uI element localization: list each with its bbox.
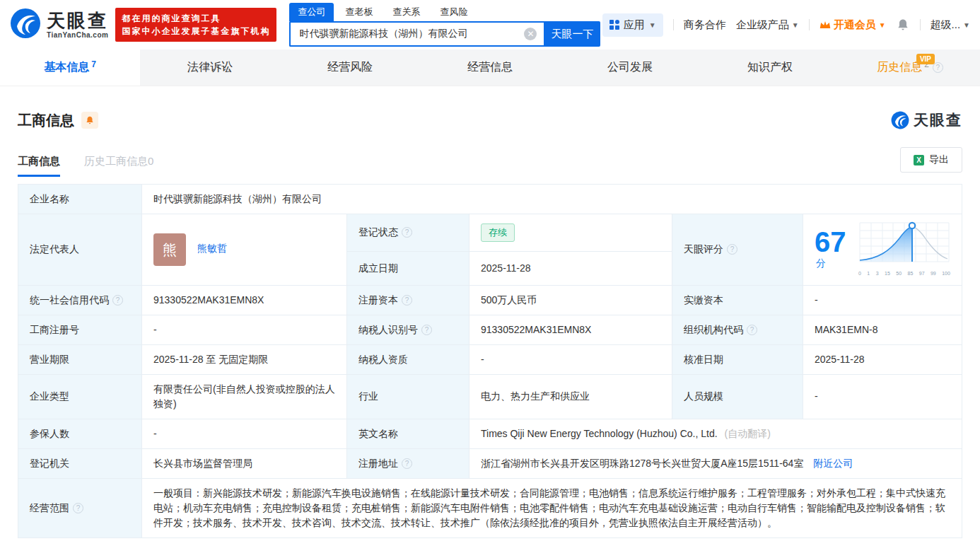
search-tabs: 查公司 查老板 查关系 查风险 <box>289 3 600 21</box>
header-nav: 应用 ▼ 商务合作 企业级产品 ▼ 开通会员 ▼ 超级... ▼ <box>602 13 970 37</box>
subtab-history-business-info[interactable]: 历史工商信息0 <box>84 155 153 177</box>
label-text: 组织机构代码 <box>684 322 743 337</box>
score-distribution-chart: 01 315 5085 9799 100 <box>858 221 950 278</box>
reg-address-cell: 浙江省湖州市长兴县开发区明珠路1278号长兴世贸大厦A座15层1511-64室 … <box>469 448 962 478</box>
legal-rep-avatar[interactable]: 熊 <box>153 233 186 266</box>
tab-company-development[interactable]: 公司发展 <box>560 50 700 86</box>
search-tab-company[interactable]: 查公司 <box>289 3 334 21</box>
paid-capital-value: - <box>803 285 962 315</box>
tab-count: 7 <box>91 59 96 69</box>
reg-capital-label: 注册资本? <box>347 285 469 315</box>
table-row: 参保人数 - 英文名称 Times Qiji New Energy Techno… <box>18 419 962 448</box>
subscribe-bell-icon[interactable] <box>81 112 98 129</box>
help-icon[interactable]: ? <box>747 325 757 335</box>
main-content: 工商信息 天眼查 工商信息 历史工商信息0 X 导出 <box>0 110 980 538</box>
logo-brand-text: 天眼查 <box>47 11 108 30</box>
search-input[interactable] <box>289 21 544 47</box>
staff-size-value: - <box>803 374 962 419</box>
staff-size-label: 人员规模 <box>672 374 803 419</box>
tab-operation-info[interactable]: 经营信息 <box>420 50 560 86</box>
tab-basic-info[interactable]: 基本信息 7 <box>0 50 140 86</box>
vip-badge: VIP <box>916 54 935 64</box>
search-tab-risk[interactable]: 查风险 <box>431 3 476 21</box>
membership-label: 开通会员 <box>834 18 876 32</box>
help-icon[interactable]: ? <box>727 244 737 255</box>
table-row: 企业类型 有限责任公司(非自然人投资或控股的法人独资) 行业 电力、热力生产和供… <box>18 374 962 419</box>
table-row: 营业期限 2025-11-28 至 无固定期限 纳税人资质 - 核准日期 202… <box>18 344 962 374</box>
search-tab-relation[interactable]: 查关系 <box>384 3 428 21</box>
tab-operation-risk[interactable]: 经营风险 <box>280 50 420 86</box>
taxpayer-qualification-label: 纳税人资质 <box>347 344 469 374</box>
export-button[interactable]: X 导出 <box>900 147 962 173</box>
divider <box>673 19 674 30</box>
help-icon[interactable]: ? <box>402 227 412 238</box>
help-icon[interactable]: ? <box>402 458 412 469</box>
watermark-logo: 天眼查 <box>891 110 962 130</box>
section-title: 工商信息 <box>18 111 74 130</box>
tab-history-info[interactable]: VIP 历史信息 2 ? <box>840 50 980 86</box>
english-name-cell: Times Qiji New Energy Technology (Huzhou… <box>469 419 962 448</box>
tyc-score-label: 天眼评分 ? <box>672 214 803 286</box>
nav-enterprise-products[interactable]: 企业级产品 ▼ <box>736 18 799 32</box>
legal-rep-cell: 熊 熊敏哲 <box>142 214 347 286</box>
nav-open-membership[interactable]: 开通会员 ▼ <box>819 18 886 32</box>
help-icon[interactable]: ? <box>421 325 432 335</box>
table-row: 企业名称 时代骐骥新能源科技（湖州）有限公司 <box>18 185 962 214</box>
apps-menu[interactable]: 应用 ▼ <box>602 13 663 37</box>
label-text: 统一社会信用代码 <box>30 293 109 308</box>
table-row: 工商注册号 - 纳税人识别号? 91330522MAK31EMN8X 组织机构代… <box>18 315 962 344</box>
notification-bell-icon[interactable] <box>896 18 910 32</box>
company-type-value: 有限责任公司(非自然人投资或控股的法人独资) <box>142 374 347 419</box>
label-text: 经营范围 <box>30 501 69 516</box>
taxpayer-id-value: 91330522MAK31EMN8X <box>469 315 672 344</box>
tyc-score-cell[interactable]: 67分 <box>803 214 962 286</box>
registry-authority-label: 登记机关 <box>18 448 142 478</box>
tab-label: 基本信息 <box>44 60 89 75</box>
legal-rep-link[interactable]: 熊敏哲 <box>197 243 227 254</box>
tab-label: 公司发展 <box>607 60 653 75</box>
help-icon[interactable]: ? <box>73 503 83 513</box>
account-label: 超级... <box>931 18 961 32</box>
search-tab-boss[interactable]: 查老板 <box>337 3 381 21</box>
help-icon[interactable]: ? <box>933 62 943 73</box>
credit-code-value: 91330522MAK31EMN8X <box>142 285 347 315</box>
tab-label: 经营信息 <box>467 60 513 75</box>
taxpayer-qualification-value: - <box>469 344 672 374</box>
business-info-table: 企业名称 时代骐骥新能源科技（湖州）有限公司 法定代表人 熊 熊敏哲 登记状态 … <box>18 184 962 538</box>
industry-value: 电力、热力生产和供应业 <box>469 374 672 419</box>
industry-label: 行业 <box>347 374 469 419</box>
table-row: 统一社会信用代码? 91330522MAK31EMN8X 注册资本? 500万人… <box>18 285 962 315</box>
taxpayer-id-label: 纳税人识别号? <box>347 315 469 344</box>
org-code-value: MAK31EMN-8 <box>803 315 962 344</box>
score-marker-pin <box>909 223 915 228</box>
score-unit: 分 <box>816 257 826 269</box>
promo-line1: 都在用的商业查询工具 <box>122 12 270 25</box>
nav-business-cooperation[interactable]: 商务合作 <box>684 18 726 32</box>
tianyancha-logo-icon <box>891 111 909 129</box>
help-icon[interactable]: ? <box>112 295 123 306</box>
tab-label: 历史信息 <box>877 60 922 75</box>
divider <box>920 19 921 30</box>
nav-account-menu[interactable]: 超级... ▼ <box>931 18 970 32</box>
tab-legal-proceedings[interactable]: 法律诉讼 <box>140 50 280 86</box>
enterprise-label: 企业级产品 <box>736 18 789 32</box>
apps-label: 应用 <box>624 18 645 32</box>
business-term-label: 营业期限 <box>18 344 142 374</box>
chevron-down-icon: ▼ <box>963 21 970 29</box>
subtab-row: 工商信息 历史工商信息0 X 导出 <box>18 147 962 177</box>
subtab-business-info[interactable]: 工商信息 <box>18 155 60 177</box>
table-row: 登记机关 长兴县市场监督管理局 注册地址? 浙江省湖州市长兴县开发区明珠路127… <box>18 448 962 478</box>
tab-intellectual-property[interactable]: 知识产权 <box>700 50 840 86</box>
label-text: 注册资本 <box>358 293 398 308</box>
legal-rep-label: 法定代表人 <box>18 214 142 286</box>
approval-date-label: 核准日期 <box>672 344 803 374</box>
auto-translate-note: (自动翻译) <box>724 428 770 439</box>
org-code-label: 组织机构代码? <box>672 315 803 344</box>
search-block: 查公司 查老板 查关系 查风险 ✕ 天眼一下 <box>289 3 600 47</box>
search-button[interactable]: 天眼一下 <box>544 21 600 47</box>
approval-date-value: 2025-11-28 <box>803 344 962 374</box>
nearby-companies-link[interactable]: 附近公司 <box>813 458 853 469</box>
tab-label: 知识产权 <box>747 60 793 75</box>
help-icon[interactable]: ? <box>402 295 412 306</box>
tianyancha-logo[interactable]: 天眼查 TianYanCha.com <box>10 8 108 42</box>
